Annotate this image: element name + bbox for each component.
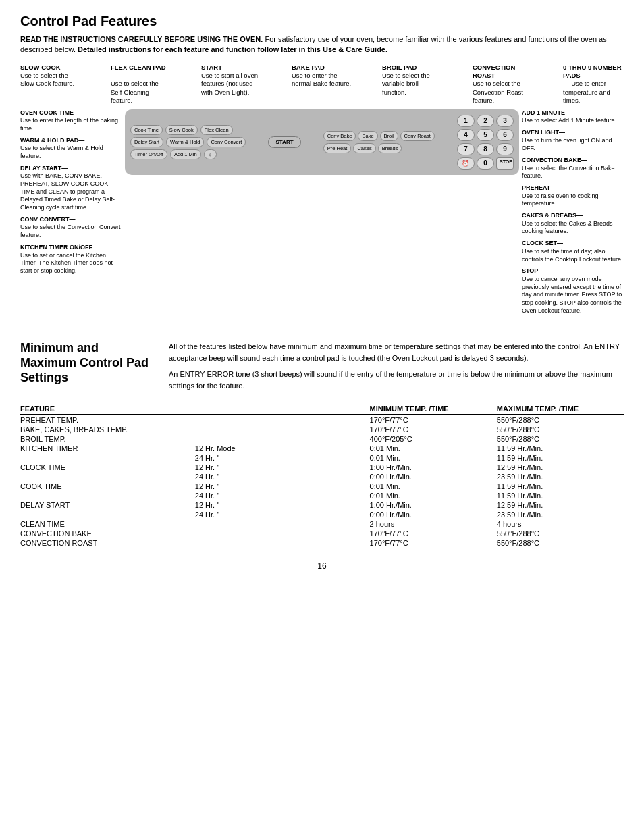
feature-cell <box>20 491 195 500</box>
cook-time-btn[interactable]: Cook Time <box>130 125 163 135</box>
settings-table: FEATURE MINIMUM TEMP. /TIME MAXIMUM TEMP… <box>20 405 624 548</box>
oven-cook-time-label: OVEN COOK TIME— Use to enter the length … <box>20 109 122 133</box>
slow-cook-text: Use to select the Slow Cook feature. <box>20 72 81 88</box>
bake-btn[interactable]: Bake <box>358 131 377 141</box>
add-minute-ann: ADD 1 MINUTE— Use to select Add 1 Minute… <box>522 109 624 125</box>
min-cell: 0:01 Min. <box>370 453 497 463</box>
conv-bake-btn[interactable]: Conv Bake <box>323 131 356 141</box>
feature-cell <box>20 453 195 463</box>
table-row: CONVECTION ROAST 170°F/77°C 550°F/288°C <box>20 538 624 548</box>
delay-start-label: DELAY START— Use with BAKE, CONV BAKE, P… <box>20 165 122 212</box>
num-3-btn[interactable]: 3 <box>496 115 514 127</box>
feature-cell <box>20 472 195 481</box>
min-cell: 0:01 Min. <box>370 481 497 491</box>
num-pads-title: 0 THRU 9 NUMBER PADS <box>563 63 624 80</box>
mode-cell: 12 Hr. " <box>195 463 370 472</box>
mm-para2: An ENTRY ERROR tone (3 short beeps) will… <box>169 369 624 391</box>
panel-row1: Cook Time Slow Cook Flex Clean Delay Sta… <box>130 115 514 170</box>
timer-onoff-btn[interactable]: Timer On/Off <box>130 149 167 159</box>
mode-cell: 12 Hr. Mode <box>195 444 370 453</box>
start-label: START— Use to start all oven features (n… <box>201 63 262 105</box>
warm-hold-btn[interactable]: Warm & Hold <box>166 137 204 147</box>
broil-pad-title: BROIL PAD— <box>382 63 443 72</box>
mode-cell: 24 Hr. " <box>195 472 370 481</box>
start-title: START— <box>201 63 262 72</box>
table-row: KITCHEN TIMER 12 Hr. Mode 0:01 Min. 11:5… <box>20 444 624 453</box>
min-cell: 2 hours <box>370 519 497 529</box>
num-8-btn[interactable]: 8 <box>477 143 494 155</box>
cakes-btn[interactable]: Cakes <box>353 143 375 153</box>
start-text: Use to start all oven features (not used… <box>201 72 262 97</box>
convection-roast-title: CONVECTION ROAST— <box>473 63 533 80</box>
feature-cell <box>20 510 195 519</box>
num-9-btn[interactable]: 9 <box>496 143 514 155</box>
intro-body2: Detailed instructions for each feature a… <box>78 45 387 53</box>
stop-btn[interactable]: STOP <box>496 157 514 170</box>
slow-cook-btn[interactable]: Slow Cook <box>165 125 198 135</box>
min-cell: 0:00 Hr./Min. <box>370 472 497 481</box>
table-row: CONVECTION BAKE 170°F/77°C 550°F/288°C <box>20 529 624 538</box>
flex-clean-btn[interactable]: Flex Clean <box>200 125 233 135</box>
max-cell: 550°F/288°C <box>497 415 624 425</box>
min-header: MINIMUM TEMP. /TIME <box>370 405 497 415</box>
feature-cell: CLOCK TIME <box>20 463 195 472</box>
table-row: BROIL TEMP. 400°F/205°C 550°F/288°C <box>20 434 624 444</box>
conv-convert-btn[interactable]: Conv Convert <box>207 137 246 147</box>
add-1min-btn[interactable]: Add 1 Min <box>170 149 201 159</box>
control-panel-area: OVEN COOK TIME— Use to enter the length … <box>20 109 624 319</box>
stop-ann: STOP— Use to cancel any oven mode previo… <box>522 267 624 315</box>
mode-cell <box>195 434 370 444</box>
kitchen-timer-label: KITCHEN TIMER ON/OFF Use to set or cance… <box>20 244 122 276</box>
breads-btn[interactable]: Breads <box>378 143 402 153</box>
table-row: PREHEAT TEMP. 170°F/77°C 550°F/288°C <box>20 415 624 425</box>
max-header: MAXIMUM TEMP. /TIME <box>497 405 624 415</box>
mode-header <box>195 405 370 415</box>
mode-cell: 12 Hr. " <box>195 481 370 491</box>
slow-cook-title: SLOW COOK— <box>20 63 81 72</box>
num-1-btn[interactable]: 1 <box>457 115 475 127</box>
max-cell: 23:59 Hr./Min. <box>497 510 624 519</box>
preheat-ann: PREHEAT— Use to raise oven to cooking te… <box>522 184 624 208</box>
mode-cell <box>195 519 370 529</box>
num-5-btn[interactable]: 5 <box>477 129 494 141</box>
min-cell: 170°F/77°C <box>370 425 497 434</box>
table-row: 24 Hr. " 0:00 Hr./Min. 23:59 Hr./Min. <box>20 510 624 519</box>
min-cell: 400°F/205°C <box>370 434 497 444</box>
bake-pad-text: Use to enter the normal Bake feature. <box>292 72 352 88</box>
feature-cell: DELAY START <box>20 500 195 510</box>
feature-cell: CLEAN TIME <box>20 519 195 529</box>
page-title: Control Pad Features <box>20 14 624 29</box>
max-cell: 11:59 Hr./Min. <box>497 444 624 453</box>
feature-cell: COOK TIME <box>20 481 195 491</box>
num-7-btn[interactable]: 7 <box>457 143 475 155</box>
min-cell: 0:01 Min. <box>370 444 497 453</box>
num-6-btn[interactable]: 6 <box>496 129 514 141</box>
table-row: 24 Hr. " 0:01 Min. 11:59 Hr./Min. <box>20 491 624 500</box>
broil-btn[interactable]: Broil <box>380 131 398 141</box>
max-cell: 11:59 Hr./Min. <box>497 491 624 500</box>
mm-para1: All of the features listed below have mi… <box>169 341 624 363</box>
num-4-btn[interactable]: 4 <box>457 129 475 141</box>
min-cell: 170°F/77°C <box>370 529 497 538</box>
delay-start-btn[interactable]: Delay Start <box>130 137 163 147</box>
oven-light-btn[interactable]: ☼ <box>204 149 217 159</box>
preheat-btn[interactable]: Pre Heat <box>323 143 352 153</box>
mode-cell <box>195 529 370 538</box>
num-2-btn[interactable]: 2 <box>477 115 494 127</box>
cakes-breads-ann: CAKES & BREADS— Use to select the Cakes … <box>522 212 624 236</box>
start-btn[interactable]: START <box>268 136 300 148</box>
table-row: COOK TIME 12 Hr. " 0:01 Min. 11:59 Hr./M… <box>20 481 624 491</box>
num-0-btn[interactable]: 0 <box>477 157 494 170</box>
min-cell: 1:00 Hr./Min. <box>370 463 497 472</box>
num-pads-label: 0 THRU 9 NUMBER PADS — Use to enter temp… <box>563 63 624 105</box>
max-cell: 550°F/288°C <box>497 434 624 444</box>
oven-light-ann: OVEN LIGHT— Use to turn the oven light O… <box>522 129 624 153</box>
table-row: 24 Hr. " 0:00 Hr./Min. 23:59 Hr./Min. <box>20 472 624 481</box>
clock-icon-btn[interactable]: ⏰ <box>457 157 475 170</box>
flex-clean-title: FLEX CLEAN PAD— <box>111 63 171 80</box>
bake-pad-label: BAKE PAD— Use to enter the normal Bake f… <box>292 63 352 105</box>
conv-roast-btn[interactable]: Conv Roast <box>400 131 435 141</box>
feature-cell: CONVECTION ROAST <box>20 538 195 548</box>
table-row: CLEAN TIME 2 hours 4 hours <box>20 519 624 529</box>
max-cell: 11:59 Hr./Min. <box>497 453 624 463</box>
